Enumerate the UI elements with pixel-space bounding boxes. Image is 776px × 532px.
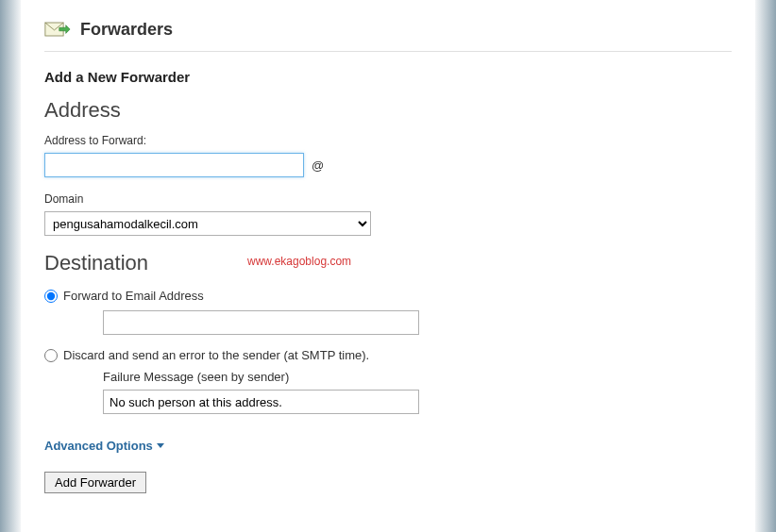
page-header: Forwarders (44, 19, 732, 52)
address-input[interactable] (44, 153, 304, 177)
domain-label: Domain (44, 192, 732, 206)
forward-email-input[interactable] (103, 310, 419, 335)
address-label: Address to Forward: (44, 134, 732, 147)
advanced-options-toggle[interactable]: Advanced Options (44, 439, 164, 453)
failure-message-input[interactable] (103, 390, 419, 414)
chevron-down-icon (157, 443, 164, 448)
destination-section-title: Destination (44, 251, 732, 275)
add-forwarder-button[interactable]: Add Forwarder (44, 472, 146, 493)
watermark-text: www.ekagoblog.com (247, 255, 351, 268)
forward-radio[interactable] (44, 290, 58, 303)
forward-radio-label: Forward to Email Address (63, 289, 204, 303)
failure-label: Failure Message (seen by sender) (103, 370, 732, 384)
address-section-title: Address (44, 98, 732, 123)
mail-forward-icon (44, 19, 71, 40)
domain-select[interactable]: pengusahamodalkecil.com (44, 211, 371, 236)
discard-radio-label: Discard and send an error to the sender … (63, 348, 369, 362)
discard-radio[interactable] (44, 349, 58, 362)
page-title: Forwarders (80, 20, 173, 40)
at-symbol: @ (312, 158, 324, 173)
advanced-options-label: Advanced Options (44, 439, 153, 453)
form-title: Add a New Forwarder (44, 69, 732, 85)
